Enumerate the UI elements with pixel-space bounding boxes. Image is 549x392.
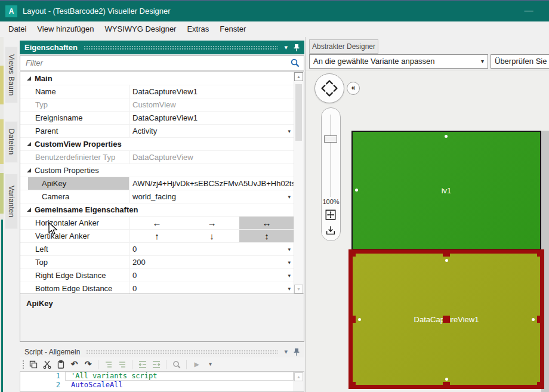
panel-grip[interactable] xyxy=(86,350,278,354)
outdent-icon[interactable] xyxy=(137,359,147,369)
property-row[interactable]: Vertikaler Anker ↑↓↕ xyxy=(20,230,294,243)
menu-item-2[interactable]: WYSIWYG Designer xyxy=(100,21,182,37)
property-row[interactable]: ApiKey AWN/zj4+Hj/vDk+sEBCSzFMvA5UvJB+Hh… xyxy=(20,177,294,190)
property-row[interactable]: Benutzerdefinierter Typ DataCaptureView xyxy=(20,151,294,164)
menu-item-3[interactable]: Extras xyxy=(181,21,214,37)
resize-handle[interactable] xyxy=(348,249,356,257)
property-row[interactable]: Top 200 ▾ xyxy=(20,256,294,269)
collapse-toolbox-button[interactable]: « xyxy=(347,82,360,95)
property-label[interactable]: Left xyxy=(20,243,129,255)
property-label[interactable]: Name xyxy=(20,85,129,98)
dropdown-caret-icon[interactable]: ▾ xyxy=(288,256,291,269)
undo-icon[interactable]: ↶ xyxy=(69,359,79,369)
property-value[interactable]: 200 xyxy=(129,258,294,267)
collapse-triangle-icon[interactable] xyxy=(27,168,31,172)
title-bar[interactable]: A Layout - (TestBarcode2) Visueller Desi… xyxy=(0,1,549,21)
property-row[interactable]: Typ CustomView xyxy=(20,98,294,112)
minimize-button[interactable]: — xyxy=(516,1,542,21)
pin-icon[interactable] xyxy=(294,44,300,52)
side-tab-0[interactable]: Views Baum xyxy=(5,47,18,103)
collapse-triangle-icon[interactable] xyxy=(27,76,31,81)
run-icon[interactable]: ▶ xyxy=(192,359,202,369)
panel-menu-caret-icon[interactable]: ▾ xyxy=(284,44,288,51)
anchor-option-icon[interactable]: ↔ xyxy=(239,217,294,229)
property-label[interactable]: Horizontaler Anker xyxy=(20,217,129,229)
property-value[interactable]: CustomView xyxy=(129,100,294,109)
toolbar-grip[interactable] xyxy=(22,360,24,369)
move-handle[interactable] xyxy=(443,316,450,323)
filter-box[interactable]: Filter xyxy=(20,55,304,70)
property-value[interactable]: AWN/zj4+Hj/vDk+sEBCSzFMvA5UvJB+Hh02ts1h … xyxy=(129,179,294,188)
designer-view-datacaptureview1-selected[interactable]: DataCaptureView1 xyxy=(348,249,544,389)
tab-abstract-designer[interactable]: Abstrakter Designer xyxy=(309,39,378,54)
anchor-option-icon[interactable]: ↑ xyxy=(129,230,184,242)
resize-handle[interactable] xyxy=(443,249,450,257)
panel-menu-caret-icon[interactable]: ▾ xyxy=(284,348,288,356)
dropdown-caret-icon[interactable]: ▾ xyxy=(288,190,291,203)
property-row[interactable]: Right Edge Distance 0 ▾ xyxy=(20,269,294,282)
redo-icon[interactable]: ↷ xyxy=(83,359,93,369)
panel-grip[interactable] xyxy=(84,45,279,50)
fit-to-screen-button[interactable] xyxy=(324,208,337,221)
indent-icon[interactable] xyxy=(151,359,161,369)
property-value[interactable]: world_facing xyxy=(129,192,294,201)
property-value[interactable]: DataCaptureView1 xyxy=(129,113,294,122)
pin-icon[interactable] xyxy=(294,348,300,356)
property-label[interactable]: Ereignisname xyxy=(20,112,129,124)
resize-handle[interactable] xyxy=(443,382,450,389)
anchor-option-icon[interactable]: ← xyxy=(129,217,184,229)
anchor-option-icon[interactable]: ↓ xyxy=(184,230,239,242)
anchor-option-icon[interactable]: ↕ xyxy=(239,230,294,242)
resize-handle[interactable] xyxy=(348,382,356,389)
property-label[interactable]: Top xyxy=(20,256,129,268)
search-icon[interactable] xyxy=(171,359,181,369)
resize-handle[interactable] xyxy=(348,316,356,323)
property-label[interactable]: Benutzerdefinierter Typ xyxy=(20,151,129,163)
resize-handle[interactable] xyxy=(537,382,544,389)
scroll-up-button[interactable]: ▲ xyxy=(294,72,303,81)
property-value[interactable]: DataCaptureView1 xyxy=(129,87,294,96)
variant-dropdown[interactable]: An die gewählte Variante anpassen ▾ xyxy=(309,54,488,69)
side-tab-2[interactable]: Varianten xyxy=(5,174,18,229)
design-canvas[interactable]: « 100% xyxy=(306,70,549,392)
scrollbar-thumb[interactable] xyxy=(295,84,302,141)
property-row[interactable]: Ereignisname DataCaptureView1 xyxy=(20,112,294,125)
copy-icon[interactable] xyxy=(28,359,38,369)
dropdown-caret-icon[interactable]: ▾ xyxy=(288,243,291,256)
property-label[interactable]: ApiKey xyxy=(20,177,129,190)
property-value[interactable]: 0 xyxy=(129,271,294,280)
property-group-row[interactable]: Custom Properties xyxy=(20,164,294,177)
property-value[interactable]: DataCaptureView xyxy=(129,153,294,162)
anchor-option-icon[interactable]: → xyxy=(184,217,239,229)
side-tab-1[interactable]: Dateien xyxy=(5,121,18,163)
menu-item-0[interactable]: Datei xyxy=(3,21,32,37)
designer-view-iv1[interactable]: iv1 xyxy=(351,131,541,250)
property-label[interactable]: Typ xyxy=(20,98,129,111)
property-row[interactable]: Bottom Edge Distance 0 ▾ xyxy=(20,282,294,294)
script-code-editor[interactable]: 1 'All variants script 2 AutoScaleAll ▲ xyxy=(20,371,304,392)
scroll-down-button[interactable]: ▼ xyxy=(294,285,303,294)
menu-item-1[interactable]: View hinzufügen xyxy=(32,21,99,37)
property-value[interactable]: Activity xyxy=(129,126,294,135)
property-value[interactable]: 0 xyxy=(129,245,294,254)
code-text[interactable]: 'All variants script xyxy=(65,372,158,381)
property-label[interactable]: Parent xyxy=(20,125,129,137)
resize-handle[interactable] xyxy=(537,249,544,257)
search-icon[interactable] xyxy=(290,58,300,68)
property-grid-scrollbar[interactable]: ▲ ▼ xyxy=(294,72,304,294)
property-group-row[interactable]: Gemeinsame Eigenschaften xyxy=(20,203,294,217)
scroll-up-button[interactable]: ▲ xyxy=(294,372,303,381)
property-group-row[interactable]: CustomView Properties xyxy=(20,138,294,151)
dropdown-caret-icon[interactable]: ▾ xyxy=(288,125,291,138)
pan-control[interactable] xyxy=(314,73,344,103)
property-row[interactable]: Camera world_facing ▾ xyxy=(20,190,294,203)
format-document-icon[interactable] xyxy=(117,359,127,369)
property-value[interactable]: 0 xyxy=(129,284,294,293)
collapse-triangle-icon[interactable] xyxy=(27,142,31,146)
property-label[interactable]: Right Edge Distance xyxy=(20,269,129,282)
zoom-slider-handle[interactable] xyxy=(324,135,337,143)
property-row[interactable]: Parent Activity ▾ xyxy=(20,125,294,138)
cut-icon[interactable] xyxy=(42,359,52,369)
paste-icon[interactable] xyxy=(55,359,66,369)
code-text[interactable]: AutoScaleAll xyxy=(65,381,123,390)
